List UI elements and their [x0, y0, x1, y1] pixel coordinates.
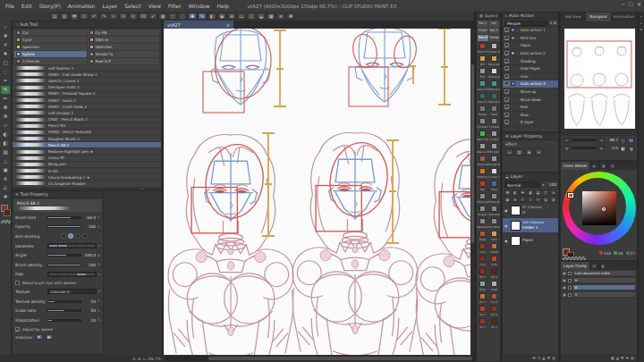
scrollbar-thumb[interactable] [471, 64, 474, 243]
layer-footer-icon[interactable]: ▼ [547, 356, 550, 360]
menu-item[interactable]: Story(P) [39, 3, 61, 9]
brush-list-item[interactable]: Pencil R5 [13, 123, 161, 130]
quick-access-item[interactable]: Eraser H [488, 42, 500, 55]
eye-icon[interactable]: ◉ [504, 223, 509, 228]
expand-arrow-icon[interactable]: › [517, 97, 519, 102]
brush-list-item[interactable]: CRAY : Pencil Black 2 [13, 117, 161, 123]
aa-middle[interactable] [75, 233, 80, 239]
sub-tool-preset[interactable]: Cyl [14, 29, 87, 36]
hardness-row[interactable]: Hardness▸ [13, 241, 103, 251]
checkbox-checked[interactable]: ✓ [504, 51, 509, 55]
brush-list-item[interactable]: G-Oh [13, 168, 161, 174]
layer-footer-icon[interactable]: ⎘ [538, 356, 540, 360]
effect-icon[interactable]: ▨ [515, 148, 523, 156]
angle-row[interactable]: Angle200.0⚂ [13, 250, 103, 260]
expand-arrow-icon[interactable]: › [517, 120, 519, 124]
eye-icon[interactable]: ◉ [504, 208, 509, 213]
brush-list-item[interactable]: Rougher Brush 2 [13, 136, 161, 142]
zoom-in-icon[interactable]: + [598, 138, 605, 143]
quick-access-item[interactable]: G-pen [488, 130, 500, 142]
quick-access-set-button[interactable]: Set 2 [489, 28, 500, 34]
command-icon[interactable]: ⎗ [129, 13, 138, 20]
checkbox-checked[interactable]: ✓ [504, 97, 509, 102]
zoom-out-icon[interactable]: ⊖ [132, 357, 136, 361]
checkbox-checked[interactable]: ✓ [504, 120, 509, 124]
menu-item[interactable]: Help [216, 3, 229, 9]
expand-arrow-icon[interactable]: › [517, 36, 519, 40]
menu-item[interactable]: Animation [68, 3, 96, 9]
auto-action-row[interactable]: ✓ › Auto action 2 [503, 50, 558, 58]
tool-icon[interactable]: ✥ [1, 32, 10, 40]
stabilizer-row[interactable]: Stabilizer 7 8 [13, 333, 103, 341]
command-icon[interactable]: ▭ [237, 13, 246, 20]
quick-access-item[interactable]: Line [477, 242, 488, 255]
quick-access-item[interactable]: RES [477, 67, 488, 80]
tool-icon[interactable]: △ [1, 157, 10, 165]
quick-access-item[interactable]: Move dn [488, 192, 500, 205]
zoom-slider[interactable] [572, 139, 597, 141]
command-icon[interactable]: ⊡ [80, 13, 89, 20]
auto-action-row[interactable]: ✓ › Auto action 1 [503, 27, 558, 35]
brush-list-item[interactable]: DenSpen SS02 2 [13, 85, 161, 91]
brush-list-item[interactable]: Redone Highlight pen ★ [13, 148, 161, 155]
auto-action-row[interactable]: ✓ › Hide Paper [503, 65, 558, 73]
command-icon[interactable]: ▤ [50, 13, 59, 20]
auto-action-row[interactable]: ✓ › Red [503, 104, 558, 112]
layer-panel-icon[interactable]: ≡ [550, 189, 556, 195]
checkbox-checked[interactable]: ✓ [504, 66, 509, 71]
scale-ratio-row[interactable]: Scale ratio50⇅ [13, 306, 103, 316]
fit-to-screen-icon[interactable]: ⛶ [628, 138, 634, 143]
saturation-value-square[interactable] [582, 191, 616, 225]
expand-dock-icon[interactable]: ▸ [640, 21, 642, 25]
brush-list-item[interactable]: PAINT : Pressed Square 2 [13, 91, 161, 97]
menu-item[interactable]: File [5, 3, 14, 9]
window-control-button[interactable]: ─ [622, 1, 625, 7]
quick-access-item[interactable]: Lasso fill [477, 80, 488, 92]
quick-access-set-button[interactable]: Set 1 [478, 21, 488, 27]
canvas-horizontal-scrollbar[interactable] [165, 356, 476, 361]
expand-arrow-icon[interactable]: › [517, 51, 519, 55]
aa-none[interactable] [61, 233, 66, 239]
gap-row[interactable]: Gap▸ [13, 270, 103, 280]
auto-action-row[interactable]: ✓ › Solo [503, 73, 558, 81]
brush-list-item[interactable]: Pencil 4B 2 [13, 142, 161, 148]
zoom-out-icon[interactable]: − [564, 138, 570, 143]
layer-panel-icon[interactable]: ▤ [543, 197, 549, 202]
command-icon[interactable]: ↶ [89, 13, 98, 20]
zoom-in-icon[interactable]: ⊕ [138, 357, 141, 361]
panel-tab-icon[interactable]: ◧ [598, 262, 607, 270]
quick-access-item[interactable]: Pencil 4b [477, 130, 488, 142]
auto-action-row[interactable]: ✓ › Auto action 3 [503, 80, 558, 88]
checkbox[interactable] [568, 279, 572, 282]
quick-access-item[interactable]: Rough pen [488, 155, 500, 167]
adjust-by-speed-checkbox-row[interactable]: ✓Adjust by speed [13, 325, 103, 333]
command-icon[interactable]: ⌫ [139, 13, 148, 20]
menu-item[interactable]: Window [189, 3, 210, 9]
brush-list-item[interactable]: soft feather 2 [13, 65, 161, 72]
navigator-tab[interactable]: Navigator [586, 13, 611, 21]
actual-size-icon[interactable]: ▢ [620, 138, 626, 143]
command-icon[interactable]: ✚ [188, 13, 197, 20]
expand-arrow-icon[interactable]: › [517, 89, 519, 94]
checkbox-checked[interactable]: ✓ [504, 43, 509, 47]
menu-item[interactable]: Filter [168, 3, 182, 9]
rotate-right-icon[interactable]: ↻ [598, 146, 605, 151]
checkbox[interactable] [568, 293, 572, 297]
command-icon[interactable]: ⊞ [227, 13, 236, 20]
navigator-preview[interactable] [561, 21, 637, 136]
quick-access-item[interactable]: Textured [477, 155, 488, 167]
expand-arrow-icon[interactable]: › [517, 59, 519, 63]
brush-list-item[interactable]: PAINT : Flat made Sharp 2 [13, 72, 161, 78]
layer-comp-footer-icon[interactable]: ▲ [616, 356, 619, 360]
quick-access-item[interactable]: Resource [488, 80, 500, 92]
auto-action-set-dropdown[interactable]: People [504, 21, 548, 26]
layer-comp-row[interactable]: ▣ 0 [561, 291, 637, 299]
layer-opacity-value[interactable]: 100 [546, 182, 556, 187]
layer-panel-icon[interactable]: ⊞ [513, 197, 519, 202]
quick-access-item[interactable]: Grad [488, 280, 500, 292]
quick-access-item[interactable]: Base [477, 230, 488, 242]
color-history-tab-icon[interactable]: ▤ [607, 162, 616, 170]
quick-access-item[interactable]: Br 2 [488, 317, 500, 330]
auto-action-row[interactable]: ✓ › Move up [503, 88, 558, 97]
tool-icon[interactable]: ◐ [1, 130, 10, 139]
